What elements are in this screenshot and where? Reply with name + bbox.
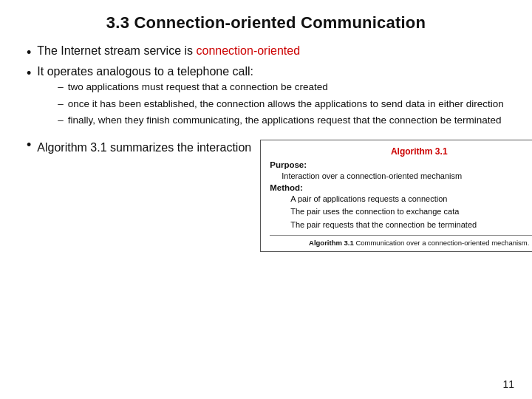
bullet-2-container: It operates analogous to a telephone cal… (37, 65, 503, 132)
sub-bullet-2: – once it has been established, the conn… (58, 97, 503, 112)
sub-bullet-list: – two applications must request that a c… (58, 80, 503, 128)
bullet-3: • Algorithm 3.1 summarizes the interacti… (27, 137, 505, 253)
algo-caption: Algorithm 3.1 Communication over a conne… (270, 235, 532, 247)
bullet-1-before: The Internet stream service is (37, 44, 196, 57)
bullet-2: • It operates analogous to a telephone c… (27, 65, 505, 132)
algo-purpose-label: Purpose: (270, 160, 532, 169)
algo-method-1: A pair of applications requests a connec… (290, 194, 532, 205)
sub-bullet-1-text: two applications must request that a con… (68, 80, 328, 95)
bullet-1: • The Internet stream service is connect… (27, 44, 505, 61)
algorithm-label: Algorithm 3.1 summarizes the interaction (37, 141, 251, 154)
bullet-dot-2: • (27, 66, 31, 81)
bullet-dot-3: • (27, 137, 31, 153)
bullet-dot-1: • (27, 45, 31, 61)
sub-bullet-2-text: once it has been established, the connec… (68, 97, 504, 112)
dash-3: – (58, 113, 64, 128)
sub-bullet-3: – finally, when they finish communicatin… (58, 113, 503, 128)
main-bullet-list: • The Internet stream service is connect… (27, 44, 505, 256)
bullet-1-text: The Internet stream service is connectio… (37, 44, 300, 58)
algo-method-2: The pair uses the connection to exchange… (290, 206, 532, 217)
dash-2: – (58, 97, 64, 112)
algorithm-box: Algorithm 3.1 Purpose: Interaction over … (260, 140, 532, 253)
page-number: 11 (502, 378, 514, 390)
algo-method-label: Method: (270, 183, 532, 192)
algo-caption-bold: Algorithm 3.1 (309, 239, 354, 247)
algo-purpose-value: Interaction over a connection-oriented m… (282, 171, 532, 182)
algorithm-section: Algorithm 3.1 summarizes the interaction… (37, 140, 532, 253)
slide-title: 3.3 Connection-oriented Communication (27, 13, 505, 33)
dash-1: – (58, 80, 64, 95)
bullet-1-highlight: connection-oriented (197, 44, 301, 57)
algo-caption-text: Communication over a connection-oriented… (354, 239, 530, 247)
sub-bullet-3-text: finally, when they finish communicating,… (68, 113, 502, 128)
algo-title: Algorithm 3.1 (270, 146, 532, 157)
algo-method-3: The pair requests that the connection be… (290, 219, 532, 231)
bullet-2-text: It operates analogous to a telephone cal… (37, 65, 253, 78)
sub-bullet-1: – two applications must request that a c… (58, 80, 503, 95)
slide: 3.3 Connection-oriented Communication • … (0, 0, 532, 399)
